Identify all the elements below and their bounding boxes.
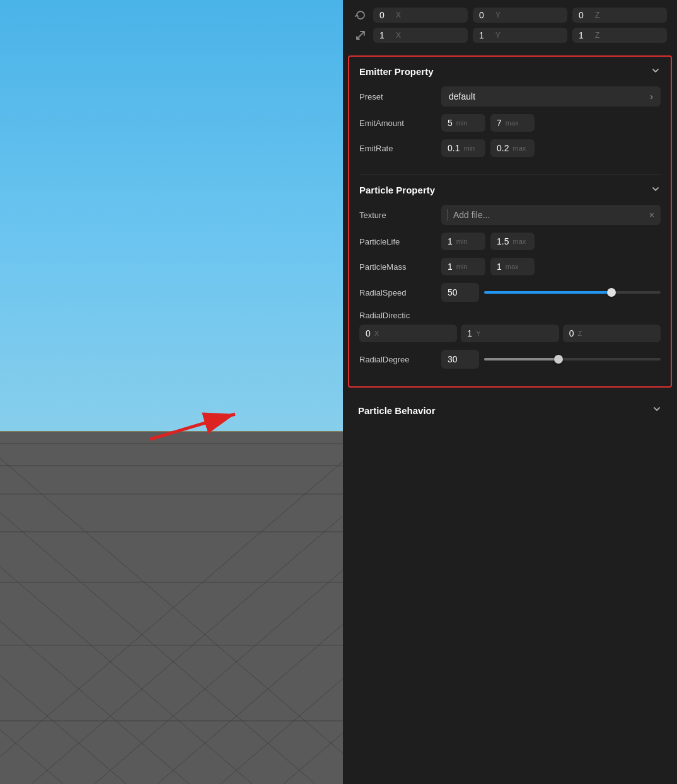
radial-speed-label: RadialSpeed bbox=[359, 288, 441, 297]
radial-direction-label-row: RadialDirectic bbox=[359, 309, 661, 321]
preset-arrow: › bbox=[650, 91, 653, 101]
radial-degree-controls: 30 bbox=[441, 350, 661, 369]
rotation-x-axis: X bbox=[396, 11, 401, 20]
radial-direction-x-value: 0 bbox=[366, 328, 371, 338]
svg-line-12 bbox=[284, 431, 343, 784]
particle-mass-row: ParticleMass 1 min 1 max bbox=[359, 258, 661, 275]
particle-property-header[interactable]: Particle Property bbox=[349, 175, 671, 205]
texture-close-icon[interactable]: × bbox=[649, 210, 654, 220]
texture-placeholder: Add file... bbox=[453, 210, 644, 220]
particle-life-controls: 1 min 1.5 max bbox=[441, 233, 661, 250]
particle-life-min-field[interactable]: 1 min bbox=[441, 233, 485, 250]
emit-amount-max-value: 7 bbox=[497, 118, 502, 128]
emit-rate-row: EmitRate 0.1 min 0.2 max bbox=[359, 139, 661, 157]
particle-mass-min-label: min bbox=[456, 263, 468, 270]
texture-label: Texture bbox=[359, 210, 441, 220]
particle-life-max-value: 1.5 bbox=[497, 236, 509, 246]
preset-dropdown[interactable]: default › bbox=[441, 86, 661, 107]
radial-direction-x-field[interactable]: 0 X bbox=[359, 325, 457, 342]
particle-mass-max-label: max bbox=[506, 263, 519, 270]
particle-mass-controls: 1 min 1 max bbox=[441, 258, 661, 275]
radial-speed-slider[interactable] bbox=[484, 291, 661, 294]
particle-mass-label: ParticleMass bbox=[359, 262, 441, 272]
rotation-x-field[interactable]: 0 X bbox=[373, 8, 468, 23]
radial-direction-z-field[interactable]: 0 Z bbox=[563, 325, 661, 342]
particle-mass-max-field[interactable]: 1 max bbox=[490, 258, 535, 275]
scale-row: 1 X 1 Y 1 Z bbox=[353, 28, 667, 43]
radial-direction-y-field[interactable]: 1 Y bbox=[461, 325, 558, 342]
scale-y-field[interactable]: 1 Y bbox=[473, 28, 567, 43]
emit-amount-row: EmitAmount 5 min 7 max bbox=[359, 114, 661, 132]
scale-z-value: 1 bbox=[579, 30, 591, 40]
particle-mass-min-value: 1 bbox=[448, 262, 453, 272]
particle-property-title: Particle Property bbox=[359, 185, 435, 195]
rotation-z-axis: Z bbox=[595, 11, 599, 20]
svg-line-13 bbox=[0, 431, 343, 784]
scale-z-axis: Z bbox=[595, 31, 599, 40]
radial-direction-y-axis: Y bbox=[476, 330, 480, 337]
radial-speed-controls: 50 bbox=[441, 283, 661, 302]
radial-speed-fill bbox=[484, 291, 611, 294]
svg-line-16 bbox=[0, 431, 189, 784]
radial-speed-thumb[interactable] bbox=[607, 288, 616, 297]
particle-behavior-section: Particle Behavior bbox=[348, 393, 672, 428]
svg-line-17 bbox=[0, 431, 126, 784]
particle-life-row: ParticleLife 1 min 1.5 max bbox=[359, 233, 661, 250]
texture-row: Texture Add file... × bbox=[359, 205, 661, 225]
radial-speed-field[interactable]: 50 bbox=[441, 283, 479, 302]
emit-rate-min-label: min bbox=[463, 144, 475, 152]
emit-amount-min-value: 5 bbox=[448, 118, 453, 128]
emit-rate-min-field[interactable]: 0.1 min bbox=[441, 139, 485, 157]
radial-degree-thumb[interactable] bbox=[554, 355, 563, 364]
emit-rate-controls: 0.1 min 0.2 max bbox=[441, 139, 661, 157]
rotation-y-field[interactable]: 0 Y bbox=[473, 8, 567, 23]
radial-direction-xyz-row: 0 X 1 Y 0 Z bbox=[359, 325, 661, 342]
emit-amount-max-label: max bbox=[506, 119, 519, 127]
transform-section: 0 X 0 Y 0 Z 1 X bbox=[343, 0, 677, 53]
sky-background bbox=[0, 0, 343, 431]
radial-direction-y-value: 1 bbox=[467, 328, 472, 338]
radial-degree-label: RadialDegree bbox=[359, 355, 441, 364]
scale-z-field[interactable]: 1 Z bbox=[572, 28, 667, 43]
emit-amount-min-field[interactable]: 5 min bbox=[441, 114, 485, 132]
rotation-x-value: 0 bbox=[379, 10, 392, 20]
emit-rate-min-value: 0.1 bbox=[448, 143, 460, 153]
emitter-property-header[interactable]: Emitter Property bbox=[349, 57, 671, 86]
svg-line-18 bbox=[0, 431, 63, 784]
svg-line-15 bbox=[0, 431, 252, 784]
particle-behavior-header[interactable]: Particle Behavior bbox=[348, 393, 672, 428]
rotation-z-field[interactable]: 0 Z bbox=[572, 8, 667, 23]
radial-direction-z-axis: Z bbox=[577, 330, 582, 337]
rotation-y-value: 0 bbox=[479, 10, 492, 20]
particle-property-chevron bbox=[651, 184, 661, 196]
ground-plane bbox=[0, 431, 343, 784]
3d-viewport bbox=[0, 0, 343, 784]
radial-degree-slider[interactable] bbox=[484, 358, 661, 360]
scale-x-field[interactable]: 1 X bbox=[373, 28, 468, 43]
particle-behavior-chevron bbox=[652, 404, 662, 417]
rotation-z-value: 0 bbox=[579, 10, 591, 20]
emit-rate-max-value: 0.2 bbox=[497, 143, 509, 153]
emitter-property-body: Preset default › EmitAmount 5 min 7 max bbox=[349, 86, 671, 175]
radial-degree-field[interactable]: 30 bbox=[441, 350, 479, 369]
rotation-row: 0 X 0 Y 0 Z bbox=[353, 8, 667, 23]
emitter-property-section: Emitter Property Preset default › EmitAm… bbox=[348, 55, 672, 388]
texture-field[interactable]: Add file... × bbox=[441, 205, 661, 225]
emit-rate-max-field[interactable]: 0.2 max bbox=[490, 139, 535, 157]
scale-x-axis: X bbox=[396, 31, 401, 40]
svg-line-10 bbox=[158, 431, 343, 784]
scale-icon bbox=[353, 28, 368, 43]
particle-mass-min-field[interactable]: 1 min bbox=[441, 258, 485, 275]
rotation-y-axis: Y bbox=[495, 11, 501, 20]
particle-life-max-field[interactable]: 1.5 max bbox=[490, 233, 535, 250]
particle-mass-max-value: 1 bbox=[497, 262, 502, 272]
radial-speed-row: RadialSpeed 50 bbox=[359, 283, 661, 302]
emit-amount-max-field[interactable]: 7 max bbox=[490, 114, 535, 132]
svg-line-8 bbox=[32, 431, 343, 784]
particle-property-body: Texture Add file... × ParticleLife 1 min… bbox=[349, 205, 671, 386]
preset-label: Preset bbox=[359, 92, 441, 101]
emit-rate-max-label: max bbox=[512, 144, 526, 152]
scale-y-axis: Y bbox=[495, 31, 501, 40]
svg-line-7 bbox=[0, 431, 343, 784]
emit-amount-controls: 5 min 7 max bbox=[441, 114, 661, 132]
